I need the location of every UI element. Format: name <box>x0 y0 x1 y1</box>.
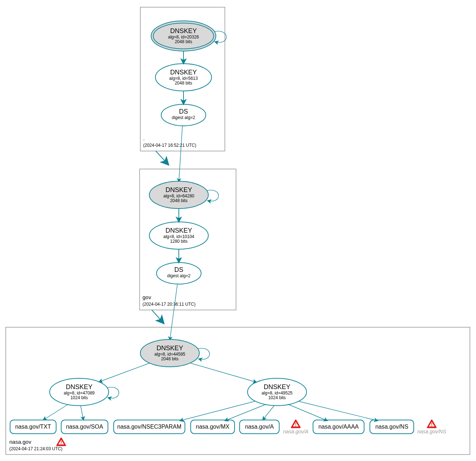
svg-text:2048 bits: 2048 bits <box>170 198 188 203</box>
warning-icon <box>57 438 65 446</box>
svg-text:DS: DS <box>179 108 188 115</box>
svg-text:alg=8, id=44585: alg=8, id=44585 <box>154 352 185 357</box>
svg-text:alg=8, id=64280: alg=8, id=64280 <box>163 193 194 198</box>
svg-text:DNSKEY: DNSKEY <box>166 186 192 193</box>
zone-nasa-ts: (2024-04-17 21:24:03 UTC) <box>9 446 62 451</box>
svg-text:alg=8, id=20326: alg=8, id=20326 <box>168 35 199 40</box>
svg-text:DNSKEY: DNSKEY <box>170 27 197 35</box>
svg-text:1280 bits: 1280 bits <box>170 239 188 244</box>
svg-text:DNSKEY: DNSKEY <box>264 383 290 391</box>
gov-ds-node: DS digest alg=2 <box>157 263 201 284</box>
svg-text:alg=8, id=10104: alg=8, id=10104 <box>163 234 194 239</box>
rr-txt: nasa.gov/TXT <box>10 420 56 434</box>
svg-text:nasa.gov/NSEC3PARAM: nasa.gov/NSEC3PARAM <box>117 424 181 430</box>
zone-nasa-name: nasa.gov <box>9 439 31 445</box>
svg-text:DNSKEY: DNSKEY <box>170 69 197 76</box>
svg-text:alg=8, id=49525: alg=8, id=49525 <box>262 391 293 396</box>
dnssec-graph: ! DNSKEY alg=8, id=20326 2048 bits DNSKE… <box>0 0 476 461</box>
warning-icon <box>291 420 300 428</box>
rr-soa: nasa.gov/SOA <box>61 420 108 434</box>
warning-icon <box>427 420 436 428</box>
root-zsk-node: DNSKEY alg=8, id=5613 2048 bits <box>155 64 212 91</box>
svg-text:nasa.gov/MX: nasa.gov/MX <box>196 424 230 430</box>
zone-gov-ts: (2024-04-17 20:36:11 UTC) <box>142 302 195 307</box>
rr-nsec: nasa.gov/NSEC3PARAM <box>114 420 185 434</box>
root-ksk-node: DNSKEY alg=8, id=20326 2048 bits <box>151 21 216 51</box>
zone-root-ts: (2024-04-17 16:52:21 UTC) <box>143 143 196 148</box>
svg-text:nasa.gov/NS: nasa.gov/NS <box>375 424 408 430</box>
rr-a: nasa.gov/A <box>240 420 279 434</box>
svg-text:nasa.gov/A: nasa.gov/A <box>283 429 308 434</box>
svg-text:1024 bits: 1024 bits <box>71 395 88 400</box>
svg-text:nasa.gov/NS: nasa.gov/NS <box>417 429 446 434</box>
svg-text:2048 bits: 2048 bits <box>161 356 179 361</box>
svg-text:2048 bits: 2048 bits <box>175 39 192 44</box>
gov-zsk-node: DNSKEY alg=8, id=10104 1280 bits <box>149 222 208 249</box>
zone-root-name: . <box>143 135 145 141</box>
svg-text:digest alg=2: digest alg=2 <box>167 273 190 278</box>
svg-text:nasa.gov/AAAA: nasa.gov/AAAA <box>318 424 359 430</box>
rr-a-ghost: nasa.gov/A <box>283 420 308 434</box>
svg-text:nasa.gov/A: nasa.gov/A <box>245 424 274 430</box>
svg-text:DNSKEY: DNSKEY <box>66 383 92 391</box>
svg-text:nasa.gov/SOA: nasa.gov/SOA <box>66 424 103 430</box>
nasa-ksk-node: DNSKEY alg=8, id=44585 2048 bits <box>140 339 199 367</box>
svg-text:1024 bits: 1024 bits <box>268 395 286 400</box>
rr-ns: nasa.gov/NS <box>370 420 414 434</box>
svg-text:digest alg=2: digest alg=2 <box>172 115 195 120</box>
svg-text:nasa.gov/TXT: nasa.gov/TXT <box>15 424 51 430</box>
rr-aaaa: nasa.gov/AAAA <box>313 420 364 434</box>
gov-ksk-node: DNSKEY alg=8, id=64280 2048 bits <box>149 181 208 209</box>
root-ds-node: DS digest alg=2 <box>161 104 206 126</box>
svg-text:2048 bits: 2048 bits <box>175 81 192 86</box>
zone-gov-name: gov <box>142 294 151 300</box>
nasa-zsk1-node: DNSKEY alg=8, id=47089 1024 bits <box>50 378 109 406</box>
rr-mx: nasa.gov/MX <box>191 420 235 434</box>
svg-text:alg=8, id=47089: alg=8, id=47089 <box>64 391 95 396</box>
svg-text:DNSKEY: DNSKEY <box>166 227 192 234</box>
svg-text:DNSKEY: DNSKEY <box>157 344 183 352</box>
svg-text:DS: DS <box>174 266 183 273</box>
svg-text:alg=8, id=5613: alg=8, id=5613 <box>169 76 198 81</box>
rr-ns-ghost: nasa.gov/NS <box>417 420 446 434</box>
